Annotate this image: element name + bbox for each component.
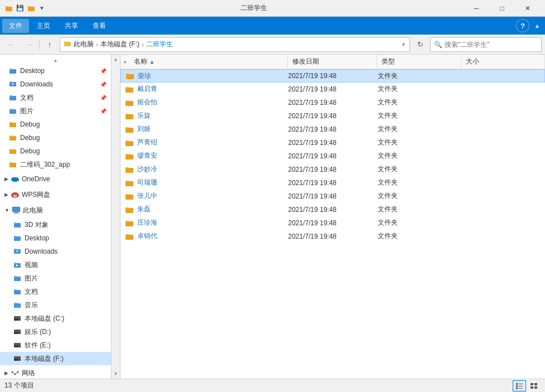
file-type-cell: 文件夹 <box>373 191 459 201</box>
pin-icon: 📌 <box>100 81 107 88</box>
refresh-button[interactable]: ↻ <box>412 37 428 52</box>
file-name-cell: 柴珍 <box>121 71 284 81</box>
sidebar-item-desktop-quick[interactable]: Desktop 📌 <box>0 64 111 78</box>
svg-rect-70 <box>126 87 129 88</box>
close-button[interactable]: ✕ <box>515 0 541 17</box>
sidebar-item-music[interactable]: ♪ 音乐 <box>0 298 111 312</box>
sidebar-item-drive-e[interactable]: 软件 (E:) <box>0 338 111 352</box>
col-type-label: 类型 <box>382 57 395 66</box>
sidebar-label: 3D 对象 <box>25 220 49 230</box>
table-row[interactable]: 张儿中 2021/7/19 19:48 文件夹 <box>120 190 545 203</box>
breadcrumb-current[interactable]: 二班学生 <box>146 40 173 49</box>
file-type-cell: 文件夹 <box>373 124 459 134</box>
col-header-size[interactable]: 大小 <box>461 55 546 69</box>
table-row[interactable]: 乐旋 2021/7/19 19:48 文件夹 <box>120 109 545 123</box>
table-row[interactable]: 沙妙冷 2021/7/19 19:48 文件夹 <box>120 163 545 176</box>
table-row[interactable]: 朱磊 2021/7/19 19:48 文件夹 <box>120 203 545 216</box>
svg-point-52 <box>18 320 20 321</box>
sidebar-item-debug1[interactable]: Debug <box>0 118 111 131</box>
table-row[interactable]: 刘姬 2021/7/19 19:48 文件夹 <box>120 123 545 136</box>
sidebar-item-docs-quick[interactable]: 文档 📌 <box>0 91 111 104</box>
menu-file[interactable]: 文件 <box>2 19 29 33</box>
file-name-cell: 缪青安 <box>120 151 284 161</box>
table-row[interactable]: 戴启青 2021/7/19 19:48 文件夹 <box>120 83 545 96</box>
breadcrumb: 此电脑 › 本地磁盘 (F:) › 二班学生 <box>74 40 173 49</box>
search-input[interactable] <box>445 41 538 49</box>
col-scroll-up[interactable]: ▲ <box>120 59 129 64</box>
sidebar-item-videos[interactable]: 视频 <box>0 258 111 272</box>
forward-button[interactable]: → <box>21 37 37 52</box>
table-row[interactable]: 庄珍海 2021/7/19 19:48 文件夹 <box>120 216 545 230</box>
minimize-button[interactable]: ─ <box>464 0 489 17</box>
file-name-text: 卓锦代 <box>137 231 157 241</box>
breadcrumb-pc[interactable]: 此电脑 <box>74 40 94 49</box>
col-header-name[interactable]: 名称 ▲ <box>129 55 288 69</box>
ribbon-expand-button[interactable]: ▲ <box>532 20 543 31</box>
breadcrumb-drive[interactable]: 本地磁盘 (F:) <box>100 40 139 49</box>
sidebar-item-drive-d[interactable]: 娱乐 (D:) <box>0 325 111 338</box>
svg-rect-1 <box>6 6 8 7</box>
folder-docs-icon <box>13 288 21 295</box>
file-list: 柴珍 2021/7/19 19:48 文件夹 戴启青 2021/7/19 19:… <box>120 69 545 379</box>
file-type-cell: 文件夹 <box>373 178 459 187</box>
sidebar-item-drive-c[interactable]: 本地磁盘 (C:) <box>0 312 111 325</box>
svg-rect-80 <box>126 154 129 155</box>
sidebar-item-downloads-pc[interactable]: Downloads <box>0 245 111 258</box>
file-date-cell: 2021/7/19 19:48 <box>284 72 373 80</box>
file-date-cell: 2021/7/19 19:48 <box>284 233 373 240</box>
svg-rect-72 <box>126 100 129 101</box>
table-row[interactable]: 卓锦代 2021/7/19 19:48 文件夹 <box>120 230 545 243</box>
svg-rect-4 <box>64 42 71 46</box>
sidebar-item-3dobjects[interactable]: 3D 对象 <box>0 218 111 231</box>
menu-view[interactable]: 查看 <box>86 19 113 33</box>
table-row[interactable]: 姬会怡 2021/7/19 19:48 文件夹 <box>120 96 545 109</box>
help-button[interactable]: ? <box>516 19 529 32</box>
status-bar: 13 个项目 <box>0 379 545 392</box>
address-dropdown[interactable]: ▼ <box>401 42 406 47</box>
view-details-button[interactable] <box>513 380 526 391</box>
dropdown-arrow-tb[interactable]: ▼ <box>39 5 45 11</box>
svg-point-61 <box>18 360 20 361</box>
table-row[interactable]: 芦青绍 2021/7/19 19:48 文件夹 <box>120 136 545 149</box>
address-bar[interactable]: 此电脑 › 本地磁盘 (F:) › 二班学生 ▼ <box>60 37 410 52</box>
svg-rect-102 <box>534 386 537 389</box>
sidebar-label: Desktop <box>25 234 49 242</box>
menu-share[interactable]: 共享 <box>58 19 85 33</box>
file-name-cell: 乐旋 <box>120 111 284 120</box>
sidebar-item-docs-pc[interactable]: 文档 <box>0 285 111 298</box>
sidebar-item-qr-app[interactable]: 二维码_302_app <box>0 158 111 171</box>
sidebar-item-downloads-quick[interactable]: Downloads 📌 <box>0 78 111 91</box>
up-button[interactable]: ↑ <box>42 37 57 52</box>
sidebar-item-debug2[interactable]: Debug <box>0 131 111 144</box>
file-type-cell: 文件夹 <box>373 205 459 214</box>
drive-e-icon <box>13 342 21 349</box>
sidebar-item-network[interactable]: ▶ 网络 <box>0 365 111 379</box>
sidebar-item-onedrive[interactable]: ▶ OneDrive <box>0 171 111 187</box>
sidebar-item-debug3[interactable]: Debug <box>0 144 111 158</box>
table-row[interactable]: 司瑞珊 2021/7/19 19:48 文件夹 <box>120 176 545 190</box>
sidebar-item-pictures-quick[interactable]: 图片 📌 <box>0 104 111 118</box>
sidebar-item-drive-f[interactable]: 本地磁盘 (F:) <box>0 352 111 365</box>
col-header-type[interactable]: 类型 <box>377 55 461 69</box>
sidebar-label: 文档 <box>25 287 38 297</box>
sidebar-item-pictures-pc[interactable]: 图片 <box>0 272 111 285</box>
sidebar-scroll-down[interactable]: ▼ <box>114 371 118 379</box>
network-icon <box>11 370 20 376</box>
svg-rect-81 <box>126 168 133 173</box>
sidebar-item-desktop-pc[interactable]: Desktop <box>0 231 111 245</box>
file-date-cell: 2021/7/19 19:48 <box>284 192 373 200</box>
maximize-button[interactable]: □ <box>489 0 515 17</box>
svg-rect-37 <box>14 249 17 250</box>
sidebar-scroll-up[interactable]: ▲ <box>114 55 118 62</box>
sidebar-item-thispc[interactable]: ▼ 此电脑 <box>0 202 111 218</box>
table-row[interactable]: 柴珍 2021/7/19 19:48 文件夹 <box>120 69 545 83</box>
view-large-icons-button[interactable] <box>527 380 541 391</box>
col-header-date[interactable]: 修改日期 <box>288 55 377 69</box>
sidebar-item-wps[interactable]: ▶ W WPS网盘 <box>0 187 111 202</box>
back-button[interactable]: ← <box>3 37 19 52</box>
table-row[interactable]: 缪青安 2021/7/19 19:48 文件夹 <box>120 149 545 163</box>
search-box[interactable]: 🔍 <box>430 37 542 52</box>
menu-home[interactable]: 主页 <box>30 19 57 33</box>
file-name-cell: 芦青绍 <box>120 138 284 147</box>
folder-icon-row <box>126 72 134 80</box>
